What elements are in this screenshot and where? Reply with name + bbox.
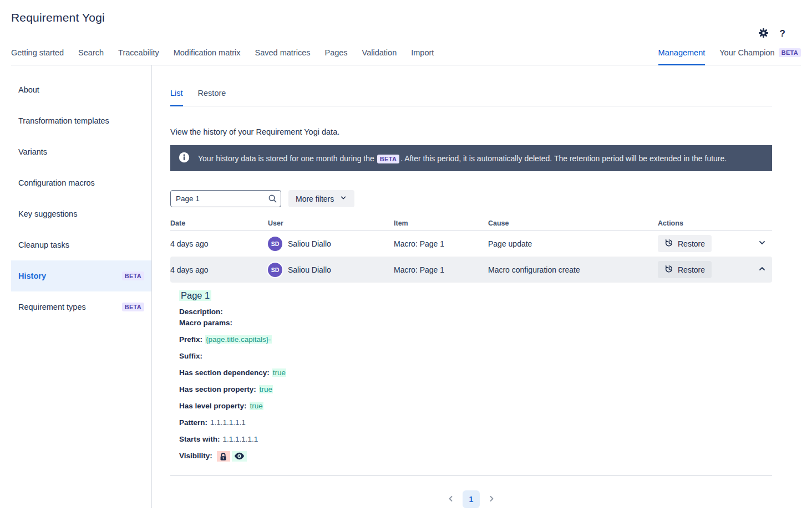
sidebar-item[interactable]: Configuration macros bbox=[11, 167, 151, 198]
avatar: SD bbox=[268, 237, 282, 251]
eye-icon bbox=[232, 451, 247, 462]
top-nav-item[interactable]: Saved matrices bbox=[255, 48, 311, 65]
sidebar-item-label: Variants bbox=[18, 147, 144, 156]
field-label: Starts with: bbox=[179, 435, 220, 443]
expanded-detail: Page 1 Description: bbox=[170, 283, 772, 476]
sidebar-item[interactable]: About bbox=[11, 74, 151, 105]
beta-badge: BETA bbox=[779, 48, 801, 57]
page-title: Requirement Yogi bbox=[11, 11, 801, 24]
expand-row-button[interactable] bbox=[758, 238, 772, 249]
table-row[interactable]: 4 days ago SD Saliou Diallo Macro: Page … bbox=[170, 231, 772, 257]
sidebar-item[interactable]: Requirement types BETA bbox=[11, 291, 151, 322]
help-button[interactable]: ? bbox=[780, 28, 785, 39]
expand-row-button[interactable] bbox=[758, 264, 772, 275]
history-tab[interactable]: List bbox=[170, 89, 183, 106]
sidebar-item[interactable]: History BETA bbox=[11, 260, 151, 291]
field-value: {page.title.capitals}- bbox=[205, 335, 272, 344]
page-number-button[interactable]: 1 bbox=[463, 490, 480, 508]
row-user: SD Saliou Diallo bbox=[268, 263, 394, 277]
top-nav-item[interactable]: Import bbox=[411, 48, 434, 65]
row-date: 4 days ago bbox=[170, 239, 268, 248]
top-nav-item[interactable]: Traceability bbox=[118, 48, 159, 65]
field-label: Description: bbox=[179, 308, 223, 316]
restore-icon bbox=[664, 238, 673, 249]
row-user: SD Saliou Diallo bbox=[268, 237, 394, 251]
sidebar-item[interactable]: Variants bbox=[11, 136, 151, 167]
chevron-right-icon bbox=[487, 494, 496, 505]
field-value: true bbox=[250, 402, 263, 410]
more-filters-label: More filters bbox=[296, 194, 334, 203]
field-value: 1.1.1.1.1.1 bbox=[210, 418, 246, 427]
sidebar-item[interactable]: Cleanup tasks bbox=[11, 229, 151, 260]
history-tabs: List Restore bbox=[170, 89, 772, 106]
beta-badge: BETA bbox=[122, 303, 144, 311]
beta-badge: BETA bbox=[122, 272, 144, 280]
top-nav-item[interactable]: Management bbox=[658, 48, 706, 65]
detail-field: Has section property:true bbox=[179, 384, 763, 395]
search-box bbox=[170, 190, 281, 207]
row-item: Macro: Page 1 bbox=[394, 239, 488, 248]
sidebar-item[interactable]: Key suggestions bbox=[11, 198, 151, 229]
top-nav-item[interactable]: Search bbox=[78, 48, 104, 65]
lock-icon bbox=[217, 451, 230, 462]
content-layout: About Transformation templates Variants … bbox=[0, 65, 812, 508]
top-nav-right: Management Your Champion BETA bbox=[658, 48, 801, 65]
restore-button[interactable]: Restore bbox=[658, 235, 712, 252]
chevron-left-icon bbox=[446, 494, 455, 505]
banner-text-before: Your history data is stored for one mont… bbox=[198, 154, 374, 163]
gear-icon bbox=[758, 28, 769, 40]
info-icon bbox=[179, 152, 190, 165]
detail-field: Suffix: bbox=[179, 351, 763, 362]
top-nav-item[interactable]: Your Champion BETA bbox=[719, 48, 801, 65]
detail-field: Starts with:1.1.1.1.1.1 bbox=[179, 434, 763, 445]
field-label: Macro params: bbox=[179, 319, 232, 327]
row-cause: Macro configuration create bbox=[488, 265, 658, 274]
top-nav-item[interactable]: Validation bbox=[362, 48, 397, 65]
row-actions: Restore bbox=[658, 261, 750, 278]
top-nav-left: Getting started Search Traceability Modi… bbox=[11, 48, 434, 65]
column-header: Actions bbox=[658, 219, 750, 227]
detail-field: Visibility: bbox=[179, 450, 763, 462]
chevron-up-icon bbox=[758, 264, 767, 275]
field-label: Has section dependency: bbox=[179, 368, 270, 377]
previous-page-button[interactable] bbox=[446, 494, 455, 505]
main-content: List Restore View the history of your Re… bbox=[152, 65, 812, 508]
user-name: Saliou Diallo bbox=[288, 239, 331, 248]
column-header: Date bbox=[170, 219, 268, 227]
detail-field: Prefix:{page.title.capitals}- bbox=[179, 334, 763, 345]
detail-field: Pattern:1.1.1.1.1.1 bbox=[179, 417, 763, 428]
visibility-icons bbox=[217, 451, 247, 462]
chevron-down-icon bbox=[339, 194, 347, 203]
table-row[interactable]: 4 days ago SD Saliou Diallo Macro: Page … bbox=[170, 257, 772, 283]
next-page-button[interactable] bbox=[487, 494, 496, 505]
field-value: true bbox=[272, 368, 286, 377]
top-nav-item-label: Your Champion bbox=[719, 48, 774, 57]
app-header: Requirement Yogi ? bbox=[0, 0, 812, 24]
top-nav-item[interactable]: Pages bbox=[324, 48, 347, 65]
more-filters-button[interactable]: More filters bbox=[288, 190, 354, 207]
restore-button[interactable]: Restore bbox=[658, 261, 712, 278]
field-label: Pattern: bbox=[179, 418, 207, 427]
search-icon[interactable] bbox=[268, 194, 277, 205]
detail-field: Macro params: bbox=[179, 318, 763, 329]
sidebar-item-label: Cleanup tasks bbox=[18, 240, 144, 249]
beta-badge: BETA bbox=[377, 155, 399, 163]
user-name: Saliou Diallo bbox=[288, 265, 331, 274]
top-nav-item[interactable]: Modification matrix bbox=[174, 48, 241, 65]
sidebar-item[interactable]: Transformation templates bbox=[11, 105, 151, 136]
detail-title: Page 1 bbox=[179, 290, 211, 301]
sidebar-item-label: Configuration macros bbox=[18, 178, 144, 187]
header-icons: ? bbox=[758, 28, 785, 40]
column-header: Cause bbox=[488, 219, 658, 227]
top-nav-item[interactable]: Getting started bbox=[11, 48, 64, 65]
history-tab[interactable]: Restore bbox=[198, 89, 226, 106]
search-input[interactable] bbox=[170, 190, 281, 207]
sidebar-item-label: Requirement types bbox=[18, 303, 122, 311]
field-label: Suffix: bbox=[179, 352, 202, 360]
field-label: Visibility: bbox=[179, 452, 212, 460]
field-label: Has level property: bbox=[179, 402, 247, 410]
settings-button[interactable] bbox=[758, 28, 769, 40]
row-item: Macro: Page 1 bbox=[394, 265, 488, 274]
row-cause: Page update bbox=[488, 239, 658, 248]
top-nav: Getting started Search Traceability Modi… bbox=[11, 48, 801, 65]
